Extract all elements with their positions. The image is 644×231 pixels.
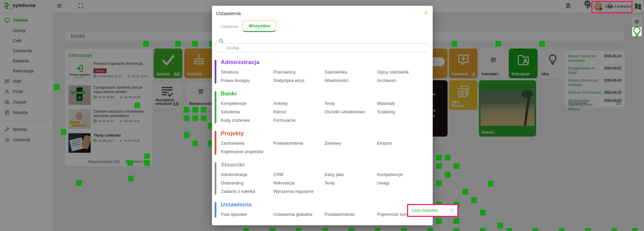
- settings-link-uwagi[interactable]: Uwagi: [377, 180, 430, 185]
- settings-link-testy[interactable]: Testy: [325, 180, 377, 185]
- confetti-square: [497, 223, 503, 228]
- confetti-square: [143, 41, 149, 47]
- confetti-square: [184, 132, 190, 138]
- confetti-square: [480, 228, 486, 231]
- search-input[interactable]: [215, 43, 430, 52]
- settings-link-klienci[interactable]: Klienci: [273, 109, 325, 114]
- confetti-square: [201, 107, 207, 113]
- settings-link-kompetencje[interactable]: Kompetencje: [221, 101, 273, 106]
- confetti-square: [462, 189, 468, 195]
- confetti-square: [611, 228, 617, 231]
- settings-link-szkolenia[interactable]: Szkolenia: [221, 109, 273, 114]
- lista-modulow-annotation: Lista modułów: [407, 204, 458, 217]
- tab-ulubione[interactable]: Ulubione: [216, 21, 243, 32]
- confetti-square: [61, 129, 66, 135]
- confetti-square: [532, 228, 538, 231]
- settings-link-struktura[interactable]: Struktura: [221, 69, 273, 75]
- settings-link-powiadomienia[interactable]: Powiadomienia: [325, 212, 377, 217]
- settings-link-eksport[interactable]: Eksport: [377, 141, 430, 146]
- settings-link-polaopisowe[interactable]: Pola opisowe: [221, 212, 273, 217]
- confetti-square: [270, 228, 275, 231]
- settings-link-archiwum[interactable]: Archiwum: [377, 78, 430, 83]
- settings-section-banki: BankiKompetencjeAnkietyTestyMateriałySzk…: [215, 85, 430, 125]
- confetti-square: [192, 107, 198, 113]
- confetti-square: [192, 115, 198, 121]
- settings-link-stanowiska[interactable]: Stanowiska: [325, 69, 377, 75]
- section-title: Ustawienia: [221, 201, 430, 208]
- settings-link-lista-modulow[interactable]: Lista modułów: [412, 208, 438, 213]
- confetti-square: [436, 218, 442, 224]
- section-links: AdministracjaCRMKarty płacKompetencjeOnb…: [221, 172, 430, 194]
- confetti-square: [454, 218, 459, 224]
- confetti-square: [427, 228, 433, 231]
- settings-section-ustawienia: UstawieniaPola opisoweUstawienia globaln…: [215, 196, 430, 219]
- settings-link-prawadostpu[interactable]: Prawa dostępu: [221, 78, 273, 83]
- settings-link-ankiety[interactable]: Ankiety: [273, 101, 325, 106]
- settings-link-zadaniazkafelka[interactable]: Zadania z kafelka: [221, 189, 273, 194]
- settings-link-wyraeniaregularne[interactable]: Wyrażenia regularne: [273, 189, 325, 194]
- confetti-square: [192, 141, 198, 146]
- settings-link-opisystanowisk[interactable]: Opisy stanowisk: [377, 69, 430, 75]
- confetti-square: [54, 84, 60, 90]
- section-links: ZachowaniaPowiadomieniaZestawyEksportKop…: [221, 141, 430, 154]
- confetti-square: [401, 228, 407, 231]
- settings-link-rekrutacja[interactable]: Rekrutacja: [273, 180, 325, 185]
- settings-link-crm[interactable]: CRM: [273, 172, 325, 177]
- confetti-square: [128, 176, 134, 181]
- section-title: Słowniki: [221, 162, 430, 168]
- confetti-square: [175, 41, 181, 47]
- settings-link-testy[interactable]: Testy: [325, 101, 377, 106]
- tab-wszystkie[interactable]: Wszystkie: [243, 20, 276, 32]
- confetti-square: [192, 41, 198, 47]
- confetti-square: [539, 41, 545, 47]
- settings-link-ustawieniaglobalne[interactable]: Ustawienia globalne: [273, 212, 325, 217]
- confetti-square: [375, 228, 380, 231]
- settings-link-wiadomoci[interactable]: Wiadomości: [325, 78, 377, 83]
- settings-link-szablony[interactable]: Szablony: [377, 109, 430, 114]
- section-links: KompetencjeAnkietyTestyMateriałySzkoleni…: [221, 101, 430, 123]
- settings-link-onboarding[interactable]: Onboarding: [221, 180, 273, 185]
- settings-link-kopiowanieprojektw[interactable]: Kopiowanie projektów: [221, 149, 273, 154]
- confetti-square: [144, 160, 150, 166]
- confetti-square: [436, 163, 442, 169]
- confetti-square: [243, 228, 249, 231]
- close-icon[interactable]: ×: [424, 9, 428, 16]
- favorite-star-icon[interactable]: [449, 208, 454, 213]
- confetti-square: [436, 180, 442, 186]
- confetti-square: [134, 103, 140, 108]
- section-title: Banki: [221, 90, 430, 97]
- confetti-square: [322, 228, 328, 231]
- settings-link-materiay[interactable]: Materiały: [377, 101, 430, 106]
- settings-link-powiadomienia[interactable]: Powiadomienia: [273, 141, 325, 146]
- confetti-square: [495, 41, 501, 47]
- confetti-square: [452, 41, 457, 47]
- confetti-square: [348, 228, 354, 231]
- section-links: StrukturaPracownicyStanowiskaOpisy stano…: [221, 69, 430, 83]
- lightbulb-icon: [631, 26, 643, 38]
- settings-section-administracja: AdministracjaStrukturaPracownicyStanowis…: [215, 54, 430, 85]
- confetti-square: [480, 210, 486, 215]
- confetti-square: [506, 228, 512, 231]
- confetti-square: [436, 155, 442, 161]
- settings-tabs: Ulubione Wszystkie: [215, 20, 430, 32]
- settings-link-zachowania[interactable]: Zachowania: [221, 141, 273, 146]
- confetti-square: [454, 163, 459, 169]
- settings-link-zestawy[interactable]: Zestawy: [325, 141, 377, 146]
- settings-link-kodyznikowe[interactable]: Kody zniżkowe: [221, 118, 273, 123]
- settings-link-statystykawizyt[interactable]: Statystyka wizyt: [273, 78, 325, 83]
- confetti-square: [296, 228, 302, 231]
- section-title: Projekty: [221, 130, 430, 137]
- settings-link-orodkiszkoleniowe[interactable]: Ośrodki szkoleniowe: [325, 109, 377, 114]
- confetti-square: [201, 115, 207, 121]
- settings-section-projekty: ProjektyZachowaniaPowiadomieniaZestawyEk…: [215, 125, 430, 156]
- confetti-square: [184, 115, 189, 121]
- settings-link-kartypac[interactable]: Karty płac: [325, 172, 377, 177]
- settings-link-pracownicy[interactable]: Pracownicy: [273, 69, 325, 75]
- idea-button[interactable]: [632, 27, 642, 36]
- confetti-square: [471, 197, 477, 203]
- settings-link-kompetencje[interactable]: Kompetencje: [377, 172, 430, 177]
- confetti-square: [454, 228, 459, 231]
- settings-link-administracja[interactable]: Administracja: [221, 172, 273, 177]
- settings-link-formularze[interactable]: Formularze: [273, 118, 325, 123]
- section-links: Pola opisoweUstawienia globalnePowiadomi…: [221, 212, 430, 217]
